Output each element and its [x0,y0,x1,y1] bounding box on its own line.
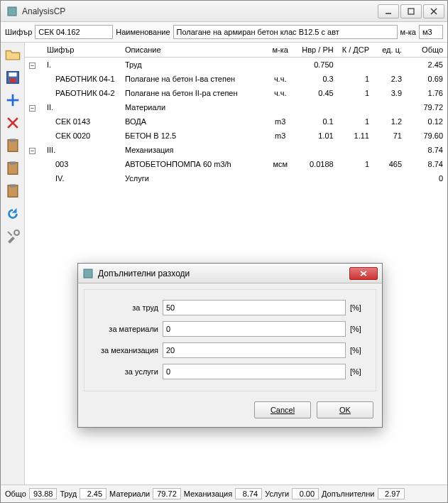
svg-rect-2 [408,9,414,14]
window-title: AnalysisCP [22,6,378,16]
dlg-labor-label: за труд [94,303,158,312]
dialog-icon [82,268,94,279]
status-labor: 2.45 [80,488,106,499]
extra-costs-dialog: Допълнителни разходи за труд [%] за мате… [77,263,383,428]
app-icon [6,6,18,17]
dlg-materials-label: за материали [94,325,158,333]
status-total: 93.88 [29,488,58,499]
status-total-label: Общо [5,490,26,498]
name-label: Наименование [116,28,170,36]
ok-button[interactable]: OK [317,401,373,418]
dlg-unit: [%] [350,325,366,333]
dialog-titlebar[interactable]: Допълнителни разходи [78,264,382,283]
dlg-services-label: за услуги [94,367,158,376]
code-label: Шифър [5,28,32,36]
dlg-mech-input[interactable] [163,342,346,358]
dialog-close-button[interactable] [349,267,378,280]
name-input[interactable] [173,25,398,39]
status-services-label: Услуги [265,490,289,498]
status-services: 0.00 [292,488,319,499]
cancel-button[interactable]: Cancel [254,401,311,418]
minimize-button[interactable] [378,4,399,18]
dialog-overlay: Допълнителни разходи за труд [%] за мате… [1,43,447,485]
status-bar: Общо 93.88 Труд 2.45 Материали 79.72 Мех… [1,485,447,502]
dlg-unit: [%] [350,346,366,355]
titlebar[interactable]: AnalysisCP [1,1,447,22]
status-materials: 79.72 [153,488,181,499]
status-extra: 2.97 [378,488,405,499]
code-input[interactable] [35,25,113,39]
close-button[interactable] [423,4,444,18]
dlg-unit: [%] [350,367,366,376]
unit-label: м-ка [400,28,416,36]
svg-rect-20 [84,269,92,278]
dlg-materials-input[interactable] [163,321,346,337]
dialog-title: Допълнителни разходи [98,269,349,278]
dlg-mech-label: за механизация [94,346,158,355]
status-materials-label: Материали [109,490,150,498]
status-mech-label: Механизация [184,490,232,498]
dlg-unit: [%] [350,303,366,312]
unit-input[interactable] [419,25,443,39]
main-window: AnalysisCP Шифър Наименование м-ка [0,0,448,503]
svg-rect-0 [8,7,16,16]
filter-bar: Шифър Наименование м-ка [1,22,447,43]
maximize-button[interactable] [400,4,422,18]
status-mech: 8.74 [235,488,262,499]
status-labor-label: Труд [60,490,77,498]
dlg-services-input[interactable] [163,364,346,379]
status-extra-label: Допълнителни [322,490,374,498]
dlg-labor-input[interactable] [163,300,346,315]
